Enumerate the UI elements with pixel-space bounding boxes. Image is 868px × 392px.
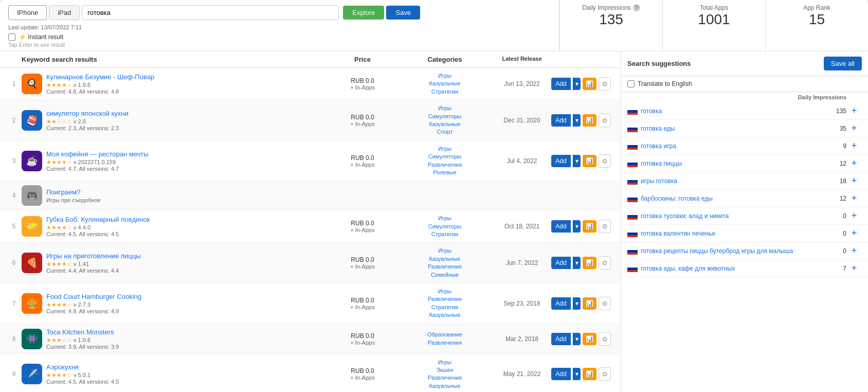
chart-button[interactable]: 📊 [583, 333, 596, 345]
svg-rect-4 [627, 128, 638, 130]
instant-result-label: ⚡ Instant result [19, 33, 63, 41]
add-button[interactable]: Add [551, 155, 570, 167]
suggestion-add-button[interactable]: + [846, 193, 862, 204]
add-arrow-button[interactable]: ▾ [573, 333, 581, 345]
suggestion-item: игры готовка 18 + [621, 172, 868, 190]
svg-rect-21 [627, 230, 638, 233]
suggestion-keyword[interactable]: готовка рецепты пиццы бутерброд игры для… [641, 247, 793, 255]
more-button[interactable]: ⊙ [599, 220, 611, 233]
app-name[interactable]: Toca Kitchen Monsters [46, 328, 332, 336]
suggestion-impressions: 135 [795, 108, 846, 115]
tab-iphone[interactable]: IPhone [8, 5, 47, 20]
app-name[interactable]: Аэрокухня [46, 363, 332, 371]
svg-rect-8 [627, 148, 638, 150]
last-update: Last update: 13/07/2022 7:11 [8, 24, 551, 30]
add-button[interactable]: Add [551, 78, 570, 90]
app-name[interactable]: Кулинарное Безумие - Шеф-Повар [46, 73, 332, 81]
tab-ipad[interactable]: iPad [49, 5, 80, 20]
suggestion-add-button[interactable]: + [846, 175, 862, 186]
col-keyword-results: Keyword search results [22, 56, 332, 63]
search-input[interactable] [82, 5, 339, 20]
chart-button[interactable]: 📊 [583, 257, 596, 269]
suggestion-add-button[interactable]: + [846, 158, 862, 169]
more-button[interactable]: ⊙ [599, 77, 611, 91]
add-arrow-button[interactable]: ▾ [573, 257, 581, 269]
instant-result-checkbox[interactable] [8, 33, 15, 41]
more-button[interactable]: ⊙ [599, 114, 611, 127]
app-price: RUB 0.0 + In-Apps [332, 256, 393, 270]
app-name[interactable]: симулятор японской кухни [46, 110, 332, 117]
suggestion-add-button[interactable]: + [846, 245, 862, 256]
add-button[interactable]: Add [551, 220, 570, 233]
suggestion-keyword[interactable]: готовка еды [641, 125, 675, 132]
tap-hint: Tap Enter to see result [8, 42, 551, 48]
category-tag: Казуальные [393, 311, 496, 319]
chart-button[interactable]: 📊 [583, 78, 596, 90]
row-number: 5 [6, 223, 22, 230]
russia-flag-icon [627, 230, 638, 237]
add-button[interactable]: Add [551, 297, 570, 310]
suggestion-keyword[interactable]: готовка валентин печенье [641, 230, 715, 237]
suggestion-impressions: 0 [795, 230, 846, 237]
russia-flag-icon [627, 177, 638, 185]
app-name[interactable]: Поиграем? [46, 188, 332, 196]
suggestion-keyword[interactable]: готовка пиццы [641, 160, 682, 167]
suggestion-add-button[interactable]: + [846, 228, 862, 239]
save-all-button[interactable]: Save all [824, 57, 862, 70]
app-categories: ИгрыЭкшенРазвлеченияКазуальные [393, 359, 496, 390]
info-icon[interactable]: ? [633, 4, 640, 11]
suggestion-add-button[interactable]: + [846, 140, 862, 151]
suggestion-item: готовка валентин печенье 0 + [621, 225, 868, 242]
svg-rect-24 [627, 247, 638, 250]
suggestion-add-button[interactable]: + [846, 105, 862, 116]
suggestion-keyword[interactable]: готовка тусовки: влад и никита [641, 212, 729, 220]
more-button[interactable]: ⊙ [599, 367, 611, 381]
suggestion-add-button[interactable]: + [846, 210, 862, 221]
app-date: Jun 7, 2022 [496, 259, 548, 266]
add-arrow-button[interactable]: ▾ [573, 155, 581, 167]
chart-button[interactable]: 📊 [583, 220, 596, 233]
suggestion-add-button[interactable]: + [846, 263, 862, 274]
suggestion-add-button[interactable]: + [846, 123, 862, 134]
app-name[interactable]: Игры на приготовление пиццы [46, 252, 332, 260]
chart-button[interactable]: 📊 [583, 155, 596, 167]
app-rating: Current: 4.7, All versions: 4.7 [46, 166, 332, 172]
app-actions: Add▾ 📊 ⊙ [548, 332, 614, 346]
save-button[interactable]: Save [386, 6, 420, 20]
suggestion-text-wrap: барбоскины: готовка еды [627, 195, 795, 202]
app-price: RUB 0.0 + In-Apps [332, 114, 393, 127]
explore-button[interactable]: Explore [343, 6, 384, 20]
app-rank-label: App Rank [803, 4, 830, 11]
add-arrow-button[interactable]: ▾ [573, 78, 581, 90]
chart-button[interactable]: 📊 [583, 114, 596, 127]
suggestion-keyword[interactable]: барбоскины: готовка еды [641, 195, 713, 202]
more-button[interactable]: ⊙ [599, 332, 611, 346]
app-name[interactable]: Food Court Hamburger Cooking [46, 293, 332, 300]
add-button[interactable]: Add [551, 114, 570, 127]
app-actions: Add▾ 📊 ⊙ [548, 154, 614, 168]
app-name[interactable]: Моя кофейня — ресторан мечты [46, 150, 332, 158]
suggestion-keyword[interactable]: готовка еды, кафе для животных [641, 265, 735, 272]
more-button[interactable]: ⊙ [599, 256, 611, 270]
suggestion-keyword[interactable]: готовка игра [641, 142, 676, 150]
suggestion-keyword[interactable]: игры готовка [641, 177, 677, 185]
chart-button[interactable]: 📊 [583, 297, 596, 310]
translate-checkbox[interactable] [627, 80, 635, 87]
suggestion-keyword[interactable]: готовка [641, 108, 662, 115]
add-button[interactable]: Add [551, 257, 570, 269]
add-arrow-button[interactable]: ▾ [573, 368, 581, 380]
app-name[interactable]: Губка Боб: Кулинарный поединок [46, 216, 332, 223]
add-arrow-button[interactable]: ▾ [573, 114, 581, 127]
add-button[interactable]: Add [551, 333, 570, 345]
add-arrow-button[interactable]: ▾ [573, 297, 581, 310]
table-row: 4 🎮 Поиграем? Игры про съедобное [0, 181, 621, 210]
chart-button[interactable]: 📊 [583, 368, 596, 380]
add-arrow-button[interactable]: ▾ [573, 220, 581, 233]
more-button[interactable]: ⊙ [599, 297, 611, 310]
add-button[interactable]: Add [551, 368, 570, 380]
svg-rect-22 [627, 233, 638, 235]
app-date: Jul 4, 2022 [496, 157, 548, 165]
svg-rect-13 [627, 180, 638, 183]
col-categories: Categories [393, 56, 496, 63]
more-button[interactable]: ⊙ [599, 154, 611, 168]
